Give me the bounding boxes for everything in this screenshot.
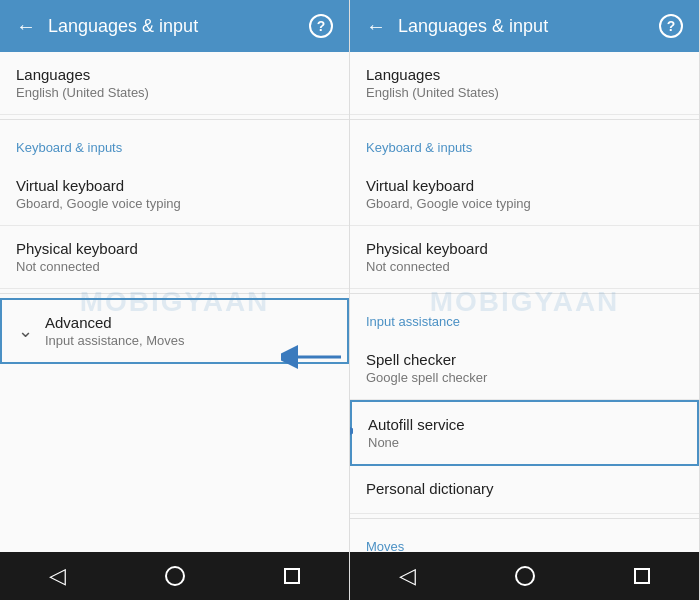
right-virtual-keyboard-subtitle: Gboard, Google voice typing [366,196,683,211]
right-physical-keyboard-title: Physical keyboard [366,240,683,257]
advanced-item[interactable]: ⌄ Advanced Input assistance, Moves [0,298,349,364]
right-virtual-keyboard-title: Virtual keyboard [366,177,683,194]
left-nav-recents-square [284,568,300,584]
autofill-content: Autofill service None [368,416,681,450]
autofill-title: Autofill service [368,416,681,433]
left-top-bar: ← Languages & input ? [0,0,349,52]
divider-2 [0,293,349,294]
right-nav-back[interactable]: ◁ [399,563,416,589]
right-panel: ← Languages & input ? Languages English … [350,0,700,600]
left-nav-recents[interactable] [284,568,300,584]
left-virtual-keyboard-item[interactable]: Virtual keyboard Gboard, Google voice ty… [0,163,349,226]
advanced-item-content: Advanced Input assistance, Moves [45,314,331,348]
right-nav-recents[interactable] [634,568,650,584]
chevron-down-icon: ⌄ [18,320,33,342]
autofill-subtitle: None [368,435,681,450]
left-virtual-keyboard-subtitle: Gboard, Google voice typing [16,196,333,211]
right-top-bar-left: ← Languages & input [366,15,548,38]
left-top-bar-left: ← Languages & input [16,15,198,38]
right-languages-item[interactable]: Languages English (United States) [350,52,699,115]
right-content: Languages English (United States) Keyboa… [350,52,699,552]
left-physical-keyboard-subtitle: Not connected [16,259,333,274]
right-input-assistance-header: Input assistance [350,298,699,337]
right-back-button[interactable]: ← [366,15,386,38]
right-nav-home[interactable] [515,566,535,586]
right-languages-subtitle: English (United States) [366,85,683,100]
right-spell-checker-subtitle: Google spell checker [366,370,683,385]
right-spell-checker-item[interactable]: Spell checker Google spell checker [350,337,699,400]
left-nav-home-circle [165,566,185,586]
right-personal-dictionary-item[interactable]: Personal dictionary [350,466,699,514]
right-page-title: Languages & input [398,16,548,37]
left-nav-home[interactable] [165,566,185,586]
left-nav-back[interactable]: ◁ [49,563,66,589]
right-content-wrapper: Languages English (United States) Keyboa… [350,52,699,552]
right-virtual-keyboard-item[interactable]: Virtual keyboard Gboard, Google voice ty… [350,163,699,226]
right-nav-recents-square [634,568,650,584]
languages-title: Languages [16,66,333,83]
right-divider-3 [350,518,699,519]
advanced-subtitle: Input assistance, Moves [45,333,331,348]
left-page-title: Languages & input [48,16,198,37]
left-content: Languages English (United States) Keyboa… [0,52,349,552]
languages-subtitle: English (United States) [16,85,333,100]
left-physical-keyboard-title: Physical keyboard [16,240,333,257]
right-divider-2 [350,293,699,294]
left-back-button[interactable]: ← [16,15,36,38]
advanced-title: Advanced [45,314,331,331]
right-languages-title: Languages [366,66,683,83]
right-physical-keyboard-item[interactable]: Physical keyboard Not connected [350,226,699,289]
right-nav-bar: ◁ [350,552,699,600]
right-personal-dictionary-title: Personal dictionary [366,480,683,497]
autofill-wrapper: Autofill service None [350,400,699,466]
right-nav-home-circle [515,566,535,586]
right-divider-1 [350,119,699,120]
left-keyboard-section-header: Keyboard & inputs [0,124,349,163]
languages-item[interactable]: Languages English (United States) [0,52,349,115]
left-nav-bar: ◁ [0,552,349,600]
right-spell-checker-title: Spell checker [366,351,683,368]
left-virtual-keyboard-title: Virtual keyboard [16,177,333,194]
left-panel: ← Languages & input ? Languages English … [0,0,350,600]
right-top-bar: ← Languages & input ? [350,0,699,52]
autofill-item[interactable]: Autofill service None [350,400,699,466]
left-physical-keyboard-item[interactable]: Physical keyboard Not connected [0,226,349,289]
left-content-wrapper: Languages English (United States) Keyboa… [0,52,349,552]
right-moves-header: Moves [350,523,699,552]
right-physical-keyboard-subtitle: Not connected [366,259,683,274]
left-help-button[interactable]: ? [309,14,333,38]
right-keyboard-section-header: Keyboard & inputs [350,124,699,163]
divider-1 [0,119,349,120]
right-help-button[interactable]: ? [659,14,683,38]
